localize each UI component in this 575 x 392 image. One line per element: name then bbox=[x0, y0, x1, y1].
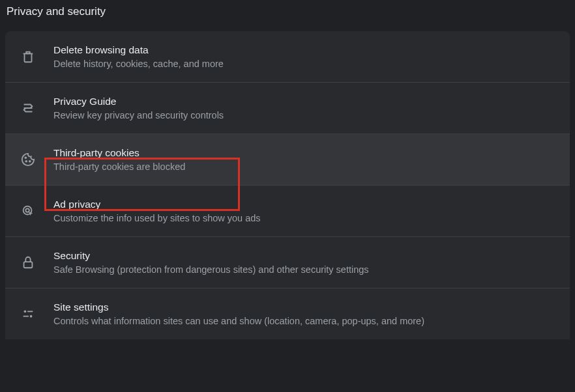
row-desc: Controls what information sites can use … bbox=[53, 316, 424, 326]
row-desc: Review key privacy and security controls bbox=[53, 110, 224, 120]
row-desc: Customize the info used by sites to show… bbox=[53, 213, 261, 223]
row-desc: Delete history, cookies, cache, and more bbox=[53, 59, 224, 69]
row-desc: Third-party cookies are blocked bbox=[53, 161, 185, 172]
row-title: Site settings bbox=[53, 301, 424, 313]
svg-point-1 bbox=[25, 161, 27, 162]
row-title: Ad privacy bbox=[53, 199, 261, 210]
row-privacy-guide[interactable]: Privacy Guide Review key privacy and sec… bbox=[5, 83, 570, 134]
row-third-party-cookies[interactable]: Third-party cookies Third-party cookies … bbox=[5, 134, 570, 186]
row-delete-browsing-data[interactable]: Delete browsing data Delete history, coo… bbox=[5, 31, 570, 83]
row-text: Privacy Guide Review key privacy and sec… bbox=[53, 96, 224, 120]
row-title: Delete browsing data bbox=[53, 44, 224, 56]
page-title: Privacy and security bbox=[0, 0, 575, 31]
privacy-settings-panel: Delete browsing data Delete history, coo… bbox=[5, 31, 570, 339]
row-site-settings[interactable]: Site settings Controls what information … bbox=[5, 288, 570, 339]
row-security[interactable]: Security Safe Browsing (protection from … bbox=[5, 237, 570, 288]
row-text: Security Safe Browsing (protection from … bbox=[53, 250, 369, 275]
row-title: Third-party cookies bbox=[53, 147, 185, 159]
row-title: Privacy Guide bbox=[53, 96, 224, 107]
row-desc: Safe Browsing (protection from dangerous… bbox=[53, 264, 369, 275]
row-text: Site settings Controls what information … bbox=[53, 301, 424, 326]
guide-icon bbox=[20, 100, 37, 117]
svg-point-8 bbox=[30, 315, 33, 318]
row-text: Ad privacy Customize the info used by si… bbox=[53, 199, 261, 223]
svg-point-2 bbox=[29, 161, 31, 162]
row-text: Delete browsing data Delete history, coo… bbox=[53, 44, 224, 69]
row-ad-privacy[interactable]: Ad privacy Customize the info used by si… bbox=[5, 186, 570, 237]
svg-point-0 bbox=[25, 157, 26, 158]
ads-click-icon bbox=[20, 203, 37, 219]
lock-icon bbox=[20, 254, 37, 271]
trash-icon bbox=[20, 48, 37, 65]
row-text: Third-party cookies Third-party cookies … bbox=[53, 147, 185, 172]
cookie-icon bbox=[20, 151, 37, 168]
svg-point-6 bbox=[24, 311, 27, 313]
tune-icon bbox=[20, 305, 37, 322]
row-title: Security bbox=[53, 250, 369, 262]
svg-rect-5 bbox=[24, 262, 33, 268]
